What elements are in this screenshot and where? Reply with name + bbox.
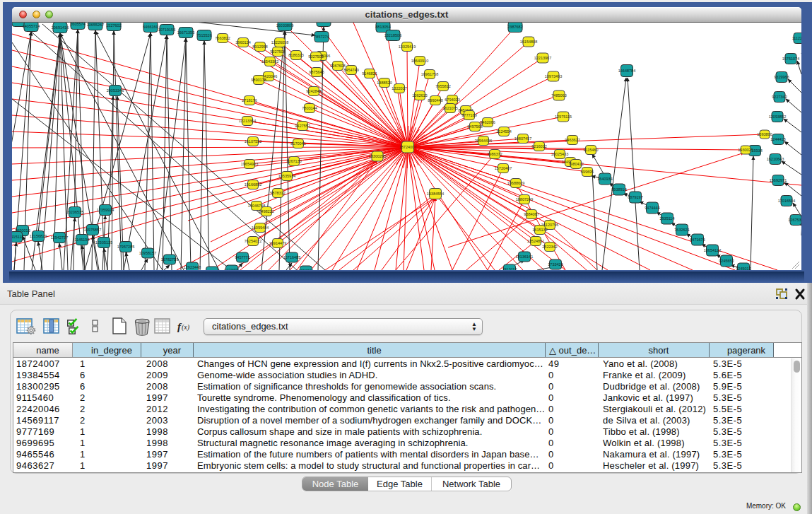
svg-text:9245012: 9245012 (736, 267, 751, 270)
svg-text:13535934: 13535934 (278, 174, 295, 178)
svg-text:7803144: 7803144 (302, 106, 317, 110)
svg-text:10719155: 10719155 (158, 28, 175, 32)
svg-text:1292344: 1292344 (204, 269, 219, 270)
svg-text:1388520: 1388520 (377, 81, 392, 85)
svg-text:1621075: 1621075 (442, 106, 457, 110)
svg-text:3267130: 3267130 (286, 159, 301, 163)
svg-text:10025433: 10025433 (551, 152, 568, 156)
svg-text:10973493: 10973493 (545, 74, 562, 78)
svg-text:3124554: 3124554 (496, 129, 511, 134)
svg-text:10654122: 10654122 (704, 248, 721, 252)
svg-text:9242848: 9242848 (306, 89, 321, 93)
svg-text:1267533: 1267533 (788, 218, 801, 222)
svg-text:2718176: 2718176 (242, 98, 257, 103)
svg-text:16543382: 16543382 (261, 59, 278, 64)
svg-text:13325419: 13325419 (399, 45, 416, 49)
svg-text:7632621: 7632621 (674, 228, 689, 232)
svg-text:9329966: 9329966 (774, 75, 789, 79)
svg-text:1603380: 1603380 (316, 23, 331, 23)
svg-text:8498222: 8498222 (259, 209, 273, 214)
svg-text:7857274: 7857274 (314, 35, 329, 39)
svg-text:1930025: 1930025 (738, 148, 753, 152)
svg-text:17359924: 17359924 (97, 208, 114, 212)
svg-text:1593800: 1593800 (757, 132, 772, 136)
svg-text:9875645: 9875645 (309, 70, 324, 74)
svg-text:20053346: 20053346 (107, 88, 124, 93)
svg-text:8813054: 8813054 (375, 25, 390, 29)
svg-text:12975115: 12975115 (555, 115, 572, 119)
svg-text:10688609: 10688609 (507, 181, 524, 185)
svg-text:19654903: 19654903 (241, 162, 258, 166)
svg-text:7986372: 7986372 (487, 152, 502, 156)
svg-text:15692971: 15692971 (770, 178, 787, 182)
svg-text:1112223: 1112223 (792, 36, 801, 40)
svg-text:10807457: 10807457 (514, 136, 531, 141)
svg-text:14055714: 14055714 (23, 24, 40, 28)
svg-text:2605574: 2605574 (70, 23, 85, 26)
svg-text:5878312: 5878312 (270, 191, 285, 195)
svg-text:6879197: 6879197 (628, 195, 642, 199)
svg-text:16099484: 16099484 (252, 226, 269, 230)
svg-text:9427552: 9427552 (295, 124, 310, 128)
svg-text:16961758: 16961758 (421, 72, 438, 76)
svg-text:12156829: 12156829 (30, 234, 47, 238)
svg-text:13218506: 13218506 (384, 33, 401, 37)
svg-text:8454749: 8454749 (343, 68, 358, 72)
svg-text:12213967: 12213967 (534, 56, 551, 60)
svg-text:1362615: 1362615 (412, 93, 427, 98)
svg-text:12093852: 12093852 (769, 115, 786, 119)
svg-text:3960124: 3960124 (235, 40, 250, 45)
svg-text:13524851: 13524851 (527, 239, 544, 243)
svg-text:9115460: 9115460 (583, 148, 598, 152)
svg-text:9327505: 9327505 (308, 54, 323, 59)
svg-text:15720407: 15720407 (495, 166, 512, 170)
svg-text:1527602: 1527602 (106, 23, 121, 28)
svg-text:1093811: 1093811 (298, 269, 313, 270)
svg-text:16914479: 16914479 (269, 241, 286, 245)
svg-text:12923448: 12923448 (184, 265, 201, 269)
svg-text:13226058: 13226058 (271, 40, 288, 45)
svg-text:9890178: 9890178 (251, 78, 266, 82)
svg-text:7663822: 7663822 (215, 36, 230, 40)
svg-text:(x): (x) (182, 323, 190, 332)
svg-text:8990448: 8990448 (428, 98, 442, 103)
svg-text:10958157: 10958157 (139, 251, 156, 255)
svg-text:18807249: 18807249 (516, 197, 533, 201)
svg-text:16671355: 16671355 (177, 30, 194, 35)
svg-text:1615132: 1615132 (532, 228, 547, 232)
svg-text:20206535: 20206535 (66, 210, 83, 214)
svg-text:18724007: 18724007 (399, 145, 416, 149)
svg-text:8471676: 8471676 (690, 238, 705, 242)
svg-text:15751074: 15751074 (782, 57, 799, 61)
svg-text:1145194: 1145194 (74, 238, 89, 242)
svg-text:1640934: 1640934 (597, 177, 612, 181)
svg-text:18640910: 18640910 (411, 59, 428, 63)
svg-text:9474444: 9474444 (645, 206, 659, 210)
svg-text:3915118: 3915118 (12, 235, 24, 239)
svg-text:20564436: 20564436 (475, 139, 492, 143)
svg-text:16210643: 16210643 (767, 157, 784, 161)
svg-text:9146821: 9146821 (362, 71, 377, 76)
svg-text:20691416: 20691416 (52, 25, 69, 30)
svg-text:1244415: 1244415 (770, 137, 785, 141)
svg-text:16107552: 16107552 (245, 139, 261, 144)
svg-text:6497568: 6497568 (467, 124, 482, 129)
svg-text:12213364: 12213364 (239, 119, 256, 123)
svg-text:7515526: 7515526 (196, 33, 211, 37)
svg-text:12505135: 12505135 (95, 240, 112, 245)
svg-text:2387682: 2387682 (507, 25, 522, 29)
svg-text:2935114: 2935114 (659, 216, 674, 221)
svg-text:12942737: 12942737 (51, 235, 68, 240)
svg-text:15716485: 15716485 (283, 255, 300, 259)
svg-text:19975857: 19975857 (84, 228, 101, 232)
svg-text:8170041: 8170041 (290, 141, 305, 146)
svg-text:19166852: 19166852 (245, 182, 261, 187)
svg-text:9463627: 9463627 (565, 138, 579, 142)
svg-text:9384067: 9384067 (524, 212, 539, 216)
svg-text:1913112: 1913112 (502, 267, 517, 270)
svg-text:6794023: 6794023 (445, 98, 459, 102)
svg-text:76254022: 76254022 (245, 239, 261, 243)
svg-text:10655267: 10655267 (87, 23, 104, 27)
svg-text:9777169: 9777169 (461, 113, 476, 117)
svg-text:8938914: 8938914 (611, 187, 626, 192)
